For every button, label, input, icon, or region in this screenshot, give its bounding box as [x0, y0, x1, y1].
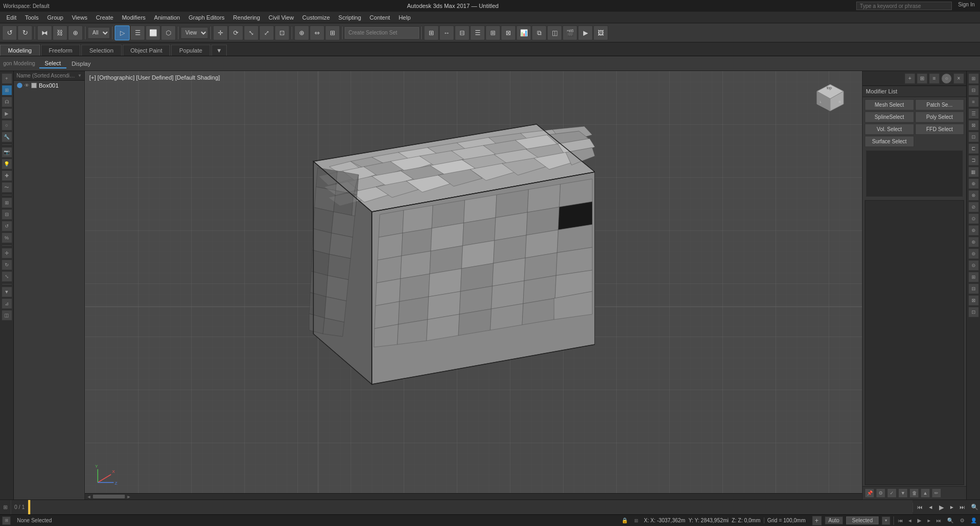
scale-squash-btn[interactable]: ⊡ [275, 25, 289, 40]
render-frame-btn[interactable]: 🖼 [593, 25, 608, 40]
tab-extra-btn[interactable]: ▼ [211, 45, 227, 56]
ris-btn-3[interactable]: ≡ [968, 97, 979, 107]
go-start-btn[interactable]: ⏮ [915, 503, 925, 512]
array-btn[interactable]: ⊟ [455, 25, 470, 40]
play-btn[interactable]: ▶ [936, 503, 946, 512]
tab-modeling[interactable]: Modeling [0, 45, 40, 56]
mas-moveup-btn[interactable]: ▲ [921, 488, 930, 498]
schematic-view-btn[interactable]: ⧉ [532, 25, 547, 40]
viewport[interactable]: [+] [Orthographic] [User Defined] [Defau… [85, 71, 862, 499]
ris-btn-1[interactable]: ⊞ [968, 73, 979, 84]
menu-item-civil-view[interactable]: Civil View [265, 13, 298, 22]
named-sets-btn[interactable]: ⊞ [424, 25, 439, 40]
ris-btn-8[interactable]: ⊐ [968, 155, 979, 166]
ris-btn-15[interactable]: ⊛ [968, 237, 979, 247]
mod-btn-poly-select[interactable]: Poly Select [915, 111, 965, 123]
menu-item-customize[interactable]: Customize [298, 13, 334, 22]
menu-item-group[interactable]: Group [43, 13, 68, 22]
status-user-btn[interactable]: 👤 [969, 516, 978, 525]
move-icon-btn[interactable]: ✛ [2, 248, 12, 258]
timeline-track[interactable] [28, 500, 913, 514]
hscroll-right-btn[interactable]: ► [125, 494, 133, 499]
scene-explorer-btn[interactable]: ⊞ [485, 25, 500, 40]
tc-prev-btn[interactable]: ◄ [906, 516, 914, 525]
ris-btn-4[interactable]: ☰ [968, 108, 979, 119]
menu-item-tools[interactable]: Tools [21, 13, 43, 22]
select-object-btn[interactable]: ▷ [115, 25, 130, 40]
select-by-name-btn[interactable]: ☰ [130, 25, 145, 40]
spacewarp-icon-btn[interactable]: 〜 [2, 182, 12, 193]
move-btn[interactable]: ✛ [213, 25, 228, 40]
mas-settings-btn[interactable]: ⚙ [876, 488, 885, 498]
ris-btn-12[interactable]: ⊘ [968, 202, 979, 212]
snap-icon-btn[interactable]: ⊞ [2, 197, 12, 208]
rp-sphere-btn[interactable]: ○ [941, 73, 952, 84]
modify-icon-btn[interactable]: ⊞ [2, 85, 12, 96]
ris-btn-13[interactable]: ⊙ [968, 213, 979, 224]
mas-delete-btn[interactable]: 🗑 [909, 488, 919, 498]
create-selection-set[interactable]: Create Selection Set [345, 27, 419, 39]
mas-pin-btn[interactable]: 📌 [865, 488, 874, 498]
menu-item-content[interactable]: Content [365, 13, 395, 22]
scene-sort-arrow[interactable]: ▼ [78, 73, 82, 78]
status-lock-icon[interactable]: 🔒 [620, 516, 629, 525]
menu-item-modifiers[interactable]: Modifiers [117, 13, 150, 22]
quick-render-btn[interactable]: ▶ [578, 25, 593, 40]
compass-cube[interactable]: top L R [814, 82, 846, 114]
rp-edit-btn[interactable]: ⊞ [917, 73, 927, 84]
scene-obj-name[interactable]: Box001 [39, 82, 58, 89]
selected-badge[interactable]: Selected [846, 516, 879, 524]
go-end-btn[interactable]: ⏭ [958, 503, 967, 512]
mod-btn-patch-select[interactable]: Patch Se... [915, 99, 965, 110]
ris-btn-9[interactable]: ▦ [968, 167, 979, 177]
status-auto-label[interactable]: Auto [825, 516, 843, 524]
mas-show-result-btn[interactable]: ▼ [898, 488, 908, 498]
rect-select-btn[interactable]: ⬜ [146, 25, 160, 40]
link-btn[interactable]: ⧓ [37, 25, 52, 40]
timeline-mode-btn[interactable]: ⊞ [0, 500, 11, 514]
tc-start-btn[interactable]: ⏮ [896, 516, 905, 525]
ris-btn-2[interactable]: ⊟ [968, 85, 979, 96]
tab-populate[interactable]: Populate [171, 45, 210, 56]
mas-edit-btn[interactable]: ✏ [932, 488, 941, 498]
render-setup-btn[interactable]: 🎬 [563, 25, 577, 40]
ris-btn-11[interactable]: ⊗ [968, 190, 979, 201]
menu-item-views[interactable]: Views [67, 13, 91, 22]
sub-tab-display[interactable]: Display [66, 59, 96, 68]
material-editor-btn[interactable]: ◫ [547, 25, 562, 40]
layer-mgr-btn[interactable]: ☰ [470, 25, 485, 40]
mod-btn-spline-select[interactable]: SplineSelect [865, 111, 914, 123]
mirror-btn[interactable]: ⇔ [310, 25, 325, 40]
ris-btn-18[interactable]: ⊞ [968, 272, 979, 282]
hscroll-left-btn[interactable]: ◄ [85, 494, 93, 499]
hierarchy-icon-btn[interactable]: ☊ [2, 97, 12, 107]
utilities-icon-btn[interactable]: 🔧 [2, 132, 12, 142]
filter-dropdown[interactable]: All [88, 27, 110, 39]
status-plus-btn[interactable]: + [812, 516, 822, 525]
display-floater-btn[interactable]: ⊠ [501, 25, 516, 40]
tab-object-paint[interactable]: Object Paint [123, 45, 171, 56]
scale-uniform-btn[interactable]: ⤡ [244, 25, 259, 40]
view-dropdown[interactable]: View [181, 27, 208, 39]
tab-freeform[interactable]: Freeform [41, 45, 81, 56]
menu-item-create[interactable]: Create [91, 13, 117, 22]
mod-btn-surface-select[interactable]: Surface Select [865, 136, 914, 147]
scene-eye-icon[interactable]: 👁 [24, 83, 29, 88]
funnel-icon-btn[interactable]: ⊿ [2, 298, 12, 309]
menu-item-help[interactable]: Help [394, 13, 415, 22]
snap2d-icon-btn[interactable]: ⊟ [2, 209, 12, 220]
scale-nonuniform-btn[interactable]: ⤢ [259, 25, 274, 40]
status-search-btn[interactable]: 🔍 [946, 516, 955, 525]
menu-item-edit[interactable]: Edit [2, 13, 21, 22]
light-icon-btn[interactable]: 💡 [2, 159, 12, 169]
create-icon-btn[interactable]: + [2, 73, 12, 84]
ris-btn-19[interactable]: ⊟ [968, 283, 979, 294]
paint-select-btn[interactable]: ⬡ [161, 25, 176, 40]
rp-add-btn[interactable]: + [905, 73, 915, 84]
ris-btn-6[interactable]: ⊡ [968, 132, 979, 142]
motion-icon-btn[interactable]: ▶ [2, 108, 12, 119]
undo-btn[interactable]: ↺ [2, 25, 17, 40]
ris-btn-17[interactable]: ⊝ [968, 260, 979, 271]
helper-icon-btn[interactable]: ✚ [2, 170, 12, 181]
ris-btn-21[interactable]: ⊡ [968, 307, 979, 317]
